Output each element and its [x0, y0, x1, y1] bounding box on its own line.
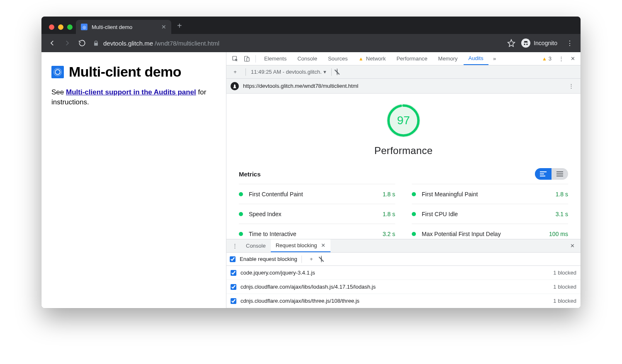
tab-audits[interactable]: Audits [464, 52, 488, 65]
drawer-menu-icon[interactable]: ⋮ [229, 243, 241, 249]
block-rule-checkbox[interactable] [231, 284, 236, 290]
devtools-close-icon[interactable]: ✕ [567, 53, 578, 64]
omnibox[interactable]: devtools.glitch.me/wndt78/multiclient.ht… [93, 40, 505, 47]
drawer-tab-console[interactable]: Console [241, 239, 271, 252]
lighthouse-icon [231, 82, 239, 90]
page-logo-icon [51, 66, 64, 78]
enable-request-blocking-checkbox[interactable] [230, 256, 236, 262]
tab-close-icon[interactable]: ✕ [161, 24, 166, 30]
block-rule-pattern: cdnjs.cloudflare.com/ajax/libs/lodash.js… [241, 284, 376, 290]
clear-audits-icon[interactable] [337, 69, 338, 75]
audit-url: https://devtools.glitch.me/wndt78/multic… [243, 83, 358, 89]
metric-row: Max Potential First Input Delay100 ms [412, 224, 568, 239]
devtools-tabbar: Elements Console Sources ▲Network Perfor… [226, 52, 581, 65]
devtools-settings-icon[interactable]: ⋮ [556, 53, 566, 64]
incognito-icon [521, 39, 530, 48]
tab-memory[interactable]: Memory [433, 52, 463, 65]
devtools-panel: Elements Console Sources ▲Network Perfor… [226, 52, 581, 308]
tab-elements[interactable]: Elements [259, 52, 292, 65]
browser-tabbar: ◎ Multi-client demo ✕ + [41, 17, 581, 34]
clear-patterns-icon[interactable] [321, 256, 322, 262]
browser-tab[interactable]: ◎ Multi-client demo ✕ [76, 20, 171, 34]
audit-report: 97 Performance Metrics [226, 94, 581, 239]
dropdown-caret-icon: ▾ [323, 69, 326, 75]
request-blocking-toolbar: Enable request blocking + [226, 253, 581, 266]
window-minimize-icon[interactable] [58, 24, 63, 30]
performance-score: 97 [386, 104, 420, 137]
block-rule-row: code.jquery.com/jquery-3.4.1.js 1 blocke… [226, 266, 581, 280]
metric-row: First CPU Idle3.1 s [412, 204, 568, 224]
url-host: devtools.glitch.me [103, 40, 153, 47]
metric-row: First Meaningful Paint1.8 s [412, 184, 568, 204]
metrics-view-compact[interactable] [535, 168, 552, 180]
audits-toolbar: + 11:49:25 AM - devtools.glitch. ▾ [226, 65, 581, 79]
window-close-icon[interactable] [49, 24, 54, 30]
tab-network[interactable]: ▲Network [354, 52, 391, 65]
tab-title: Multi-client demo [92, 24, 132, 30]
metrics-heading: Metrics [239, 171, 261, 178]
drawer-close-icon[interactable]: ✕ [567, 243, 578, 249]
warning-icon: ▲ [359, 56, 364, 62]
tab-performance[interactable]: Performance [391, 52, 432, 65]
metrics-view-toggle [535, 168, 568, 180]
back-button[interactable] [46, 36, 59, 50]
block-list: code.jquery.com/jquery-3.4.1.js 1 blocke… [226, 266, 581, 308]
audit-run-label: 11:49:25 AM - devtools.glitch. [251, 69, 322, 75]
incognito-indicator[interactable]: Incognito [521, 39, 557, 48]
incognito-label: Incognito [534, 40, 557, 46]
metric-row: Speed Index1.8 s [239, 204, 395, 224]
score-gauge: 97 Performance [239, 104, 568, 157]
block-rule-count: 1 blocked [553, 298, 576, 304]
status-dot-icon [239, 192, 243, 196]
rendered-page: Multi-client demo See Multi-client suppo… [41, 52, 226, 308]
browser-window: ◎ Multi-client demo ✕ + devtools.glitch.… [41, 17, 581, 308]
browser-menu-button[interactable]: ⋮ [563, 36, 576, 50]
status-dot-icon [239, 232, 243, 236]
lock-icon [93, 40, 99, 46]
forward-button[interactable] [61, 36, 74, 50]
audit-menu-icon[interactable]: ⋮ [566, 83, 576, 89]
metric-row: Time to Interactive3.2 s [239, 224, 395, 239]
tab-console[interactable]: Console [292, 52, 322, 65]
drawer-tab-request-blocking[interactable]: Request blocking ✕ [271, 239, 331, 252]
block-rule-checkbox[interactable] [231, 298, 236, 304]
block-rule-pattern: cdnjs.cloudflare.com/ajax/libs/three.js/… [241, 298, 360, 304]
new-tab-button[interactable]: + [171, 21, 188, 34]
block-rule-row: cdnjs.cloudflare.com/ajax/libs/three.js/… [226, 294, 581, 308]
warnings-count[interactable]: ▲ 3 [539, 55, 555, 62]
tab-sources[interactable]: Sources [323, 52, 353, 65]
device-toolbar-icon[interactable] [241, 53, 252, 64]
window-controls [46, 24, 76, 34]
drawer-tab-close-icon[interactable]: ✕ [319, 242, 326, 248]
drawer-tabbar: ⋮ Console Request blocking ✕ ✕ [226, 239, 581, 253]
svg-point-0 [55, 70, 60, 75]
address-bar: devtools.glitch.me/wndt78/multiclient.ht… [41, 34, 581, 52]
add-pattern-icon[interactable]: + [306, 254, 317, 265]
metrics-view-detailed[interactable] [552, 168, 568, 180]
devtools-drawer: ⋮ Console Request blocking ✕ ✕ Enable re… [226, 239, 581, 308]
block-rule-row: cdnjs.cloudflare.com/ajax/libs/lodash.js… [226, 280, 581, 294]
window-zoom-icon[interactable] [67, 24, 73, 30]
reload-button[interactable] [75, 36, 89, 50]
metrics-grid: First Contentful Paint1.8 s Speed Index1… [239, 184, 568, 239]
page-paragraph: See Multi-client support in the Audits p… [51, 87, 216, 107]
status-dot-icon [412, 212, 416, 216]
status-dot-icon [239, 212, 243, 216]
block-rule-checkbox[interactable] [231, 270, 236, 276]
new-audit-icon[interactable]: + [230, 67, 241, 77]
enable-request-blocking-label: Enable request blocking [240, 256, 297, 262]
audit-url-row: https://devtools.glitch.me/wndt78/multic… [226, 79, 581, 94]
inspect-element-icon[interactable] [230, 53, 241, 64]
audit-run-dropdown[interactable]: 11:49:25 AM - devtools.glitch. ▾ [251, 69, 326, 75]
category-title: Performance [374, 145, 433, 157]
svg-rect-4 [247, 58, 249, 61]
more-tabs-icon[interactable]: » [489, 53, 500, 64]
url-path: /wndt78/multiclient.html [155, 40, 219, 47]
page-title: Multi-client demo [69, 64, 181, 80]
block-rule-count: 1 blocked [553, 270, 576, 276]
bookmark-star-icon[interactable] [507, 39, 515, 47]
status-dot-icon [412, 192, 416, 196]
block-rule-count: 1 blocked [553, 284, 576, 290]
page-link[interactable]: Multi-client support in the Audits panel [66, 88, 196, 96]
status-dot-icon [412, 232, 416, 236]
